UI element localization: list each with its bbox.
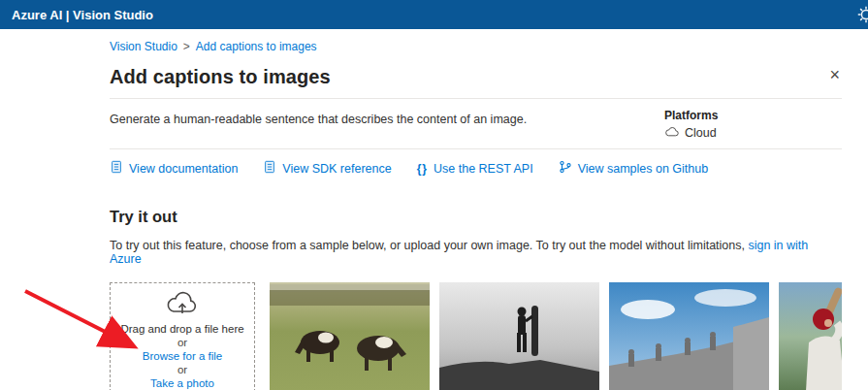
take-a-photo-link[interactable]: Take a photo xyxy=(150,377,214,389)
breadcrumb-separator: > xyxy=(183,40,190,53)
baseball-illustration xyxy=(779,282,842,390)
samples-row: Drag and drop a file here or Browse for … xyxy=(110,282,842,390)
doc-links-row: View documentation View SDK reference {}… xyxy=(110,149,842,188)
surfer-illustration xyxy=(439,282,599,390)
document-icon xyxy=(263,160,276,177)
instructions-text: To try out this feature, choose from a s… xyxy=(110,239,748,252)
platforms-label: Platforms xyxy=(664,109,842,122)
cows-illustration xyxy=(270,282,430,390)
view-documentation-label: View documentation xyxy=(129,162,238,176)
breadcrumb-vision-studio[interactable]: Vision Studio xyxy=(110,40,177,53)
sample-image-surfer[interactable] xyxy=(439,282,599,390)
try-it-out-instructions: To try out this feature, choose from a s… xyxy=(110,239,842,266)
drag-drop-text: Drag and drop a file here xyxy=(120,323,243,335)
use-rest-api-link[interactable]: {} Use the REST API xyxy=(417,162,533,176)
feature-description: Generate a human-readable sentence that … xyxy=(110,109,664,140)
description-row: Generate a human-readable sentence that … xyxy=(110,99,842,148)
page-title: Add captions to images xyxy=(110,66,331,88)
platforms-block: Platforms Cloud xyxy=(664,109,842,140)
or-separator: or xyxy=(177,364,187,375)
app-title: Azure AI | Vision Studio xyxy=(12,8,153,22)
sample-image-building-statues[interactable] xyxy=(609,282,769,390)
branch-icon xyxy=(559,160,572,177)
sample-image-cows[interactable] xyxy=(270,282,430,390)
view-samples-github-link[interactable]: View samples on Github xyxy=(559,160,709,177)
sample-images-row xyxy=(270,282,842,390)
view-sdk-reference-link[interactable]: View SDK reference xyxy=(263,160,391,177)
main-content: Vision Studio > Add captions to images A… xyxy=(0,29,868,390)
view-documentation-link[interactable]: View documentation xyxy=(110,160,238,177)
settings-gear-icon[interactable] xyxy=(855,4,868,28)
sample-image-carousel xyxy=(270,282,842,390)
cloud-icon xyxy=(664,126,680,140)
page-header: Add captions to images × xyxy=(110,66,842,88)
document-icon xyxy=(110,160,123,177)
view-samples-github-label: View samples on Github xyxy=(578,162,709,176)
close-icon[interactable]: × xyxy=(827,66,842,83)
use-rest-api-label: Use the REST API xyxy=(434,162,533,176)
or-separator: or xyxy=(177,337,187,348)
building-illustration xyxy=(609,282,769,390)
platform-value: Cloud xyxy=(685,126,717,140)
upload-dropzone[interactable]: Drag and drop a file here or Browse for … xyxy=(110,282,255,390)
sample-image-baseball-batter[interactable] xyxy=(779,282,842,390)
breadcrumb-current-page[interactable]: Add captions to images xyxy=(196,40,317,53)
app-header-bar: Azure AI | Vision Studio xyxy=(0,0,868,29)
try-it-out-heading: Try it out xyxy=(110,208,842,226)
browse-for-file-link[interactable]: Browse for a file xyxy=(143,350,222,362)
curly-braces-icon: {} xyxy=(417,162,428,176)
breadcrumb: Vision Studio > Add captions to images xyxy=(110,29,842,53)
view-sdk-reference-label: View SDK reference xyxy=(282,162,391,176)
upload-cloud-icon xyxy=(165,291,200,318)
